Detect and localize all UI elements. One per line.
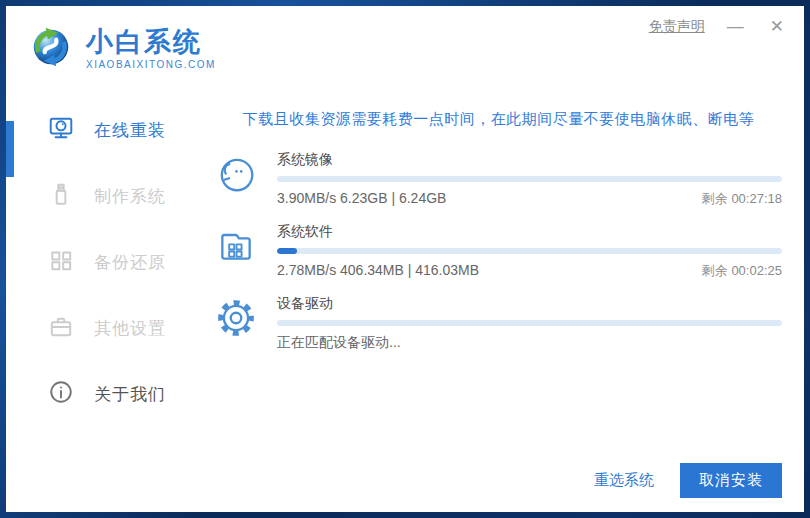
task-body: 系统镜像 3.90MB/s 6.23GB | 6.24GB 剩余 00:27:1… [277, 151, 782, 208]
sync-sphere-logo-icon [28, 24, 74, 74]
monitor-icon [48, 115, 74, 145]
task-title: 系统软件 [277, 223, 782, 241]
sidebar-item-online-reinstall[interactable]: 在线重装 [6, 108, 202, 152]
progress-fill [277, 248, 297, 254]
brand-logo: 小白系统 XIAOBAIXITONG.COM [28, 24, 216, 74]
task-title: 系统镜像 [277, 151, 782, 169]
task-speed-size: 3.90MB/s 6.23GB | 6.24GB [277, 190, 446, 206]
task-stats: 3.90MB/s 6.23GB | 6.24GB 剩余 00:27:18 [277, 190, 782, 208]
info-icon [48, 379, 74, 409]
blocks-icon [48, 247, 74, 277]
task-body: 系统软件 2.78MB/s 406.34MB | 416.03MB 剩余 00:… [277, 223, 782, 280]
task-stats: 2.78MB/s 406.34MB | 416.03MB 剩余 00:02:25 [277, 262, 782, 280]
close-icon[interactable]: ✕ [766, 16, 788, 37]
download-notice: 下载且收集资源需要耗费一点时间，在此期间尽量不要使电脑休眠、断电等 [215, 110, 782, 129]
cancel-install-button[interactable]: 取消安装 [680, 463, 782, 498]
task-body: 设备驱动 正在匹配设备驱动... [277, 295, 782, 352]
window-controls: 免责声明 — ✕ [649, 16, 788, 37]
sidebar-item-label: 在线重装 [94, 119, 166, 142]
task-status-text: 正在匹配设备驱动... [277, 334, 401, 352]
minimize-icon[interactable]: — [723, 16, 748, 37]
task-speed-size: 2.78MB/s 406.34MB | 416.03MB [277, 262, 479, 278]
sidebar-item-backup-restore[interactable]: 备份还原 [6, 240, 202, 284]
reselect-system-button[interactable]: 重选系统 [594, 471, 654, 490]
header: 小白系统 XIAOBAIXITONG.COM 免责声明 — ✕ [6, 6, 804, 90]
task-row-system-software: 系统软件 2.78MB/s 406.34MB | 416.03MB 剩余 00:… [215, 223, 782, 280]
footer-actions: 重选系统 取消安装 [594, 463, 782, 498]
active-indicator [6, 121, 14, 177]
sidebar-item-make-system[interactable]: 制作系统 [6, 174, 202, 218]
mascot-face-icon [215, 151, 257, 208]
folder-apps-icon [215, 223, 257, 280]
sidebar-item-label: 关于我们 [94, 383, 166, 406]
disclaimer-link[interactable]: 免责声明 [649, 18, 705, 36]
sidebar-item-other-settings[interactable]: 其他设置 [6, 306, 202, 350]
brand-domain: XIAOBAIXITONG.COM [86, 59, 216, 70]
sidebar: 在线重装 制作系统 [6, 90, 202, 512]
briefcase-icon [48, 313, 74, 343]
task-stats: 正在匹配设备驱动... [277, 334, 782, 352]
sidebar-item-label: 制作系统 [94, 185, 166, 208]
body: 在线重装 制作系统 [6, 90, 804, 512]
task-remaining-time: 剩余 00:02:25 [702, 262, 782, 280]
brand-text: 小白系统 XIAOBAIXITONG.COM [86, 28, 216, 71]
usb-icon [48, 181, 74, 211]
sidebar-item-label: 其他设置 [94, 317, 166, 340]
sidebar-item-label: 备份还原 [94, 251, 166, 274]
progress-bar [277, 176, 782, 182]
progress-bar [277, 248, 782, 254]
sidebar-item-about-us[interactable]: 关于我们 [6, 372, 202, 416]
window-inner: 小白系统 XIAOBAIXITONG.COM 免责声明 — ✕ [6, 6, 804, 512]
task-row-system-image: 系统镜像 3.90MB/s 6.23GB | 6.24GB 剩余 00:27:1… [215, 151, 782, 208]
app-window: 小白系统 XIAOBAIXITONG.COM 免责声明 — ✕ [0, 0, 810, 518]
brand-name: 小白系统 [86, 28, 216, 58]
gear-icon [215, 295, 257, 352]
main-panel: 下载且收集资源需要耗费一点时间，在此期间尽量不要使电脑休眠、断电等 系 [202, 90, 804, 512]
task-remaining-time: 剩余 00:27:18 [702, 190, 782, 208]
task-title: 设备驱动 [277, 295, 782, 313]
task-row-device-drivers: 设备驱动 正在匹配设备驱动... [215, 295, 782, 352]
progress-bar [277, 320, 782, 326]
